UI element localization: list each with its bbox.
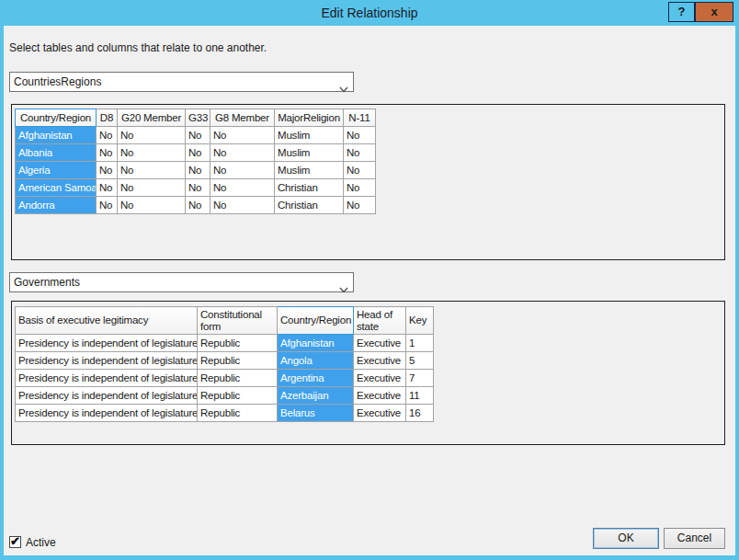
table-cell[interactable]: No	[97, 162, 118, 179]
lower-table-panel: Basis of executive legitimacyConstitutio…	[11, 301, 725, 445]
table-cell[interactable]: No	[344, 144, 376, 162]
table-row: American SamoaNoNoNoNoChristianNo	[16, 179, 376, 197]
chevron-down-icon	[339, 280, 348, 287]
table-cell[interactable]: 7	[406, 370, 434, 387]
edit-relationship-dialog: Edit Relationship ? x Select tables and …	[0, 0, 739, 560]
column-header[interactable]: Key	[406, 307, 434, 335]
table-cell[interactable]: No	[186, 179, 210, 197]
table-cell[interactable]: Afghanistan	[16, 127, 97, 144]
ok-button[interactable]: OK	[593, 528, 659, 549]
table-cell[interactable]: No	[97, 197, 118, 214]
table-cell[interactable]: No	[118, 162, 186, 179]
table-cell[interactable]: Christian	[275, 179, 344, 197]
header-row: Basis of executive legitimacyConstitutio…	[16, 307, 434, 335]
table-cell[interactable]: No	[344, 162, 376, 179]
table-cell[interactable]: Executive	[354, 370, 406, 387]
table-cell[interactable]: No	[97, 179, 118, 197]
active-checkbox-row: ✔ Active	[9, 535, 56, 549]
table-cell[interactable]: Executive	[354, 335, 406, 352]
table-cell[interactable]: Presidency is independent of legislature	[16, 352, 198, 370]
lower-data-grid[interactable]: Basis of executive legitimacyConstitutio…	[15, 306, 434, 422]
table-row: Presidency is independent of legislature…	[16, 370, 434, 387]
table-cell[interactable]: Azerbaijan	[278, 387, 354, 405]
table-cell[interactable]: Presidency is independent of legislature	[16, 370, 198, 387]
table-cell[interactable]: No	[344, 127, 376, 144]
table-cell[interactable]: Albania	[16, 144, 97, 162]
table-cell[interactable]: No	[210, 197, 275, 214]
help-button[interactable]: ?	[668, 2, 695, 22]
title-bar: Edit Relationship	[0, 0, 739, 26]
upper-table-panel: Country/RegionD8G20 MemberG33G8 MemberMa…	[11, 104, 725, 260]
column-header[interactable]: Country/Region	[16, 109, 97, 127]
column-header[interactable]: G33	[186, 109, 210, 127]
table-cell[interactable]: Presidency is independent of legislature	[16, 335, 198, 352]
table-cell[interactable]: No	[344, 179, 376, 197]
table-cell[interactable]: No	[210, 179, 275, 197]
table-cell[interactable]: No	[118, 144, 186, 162]
cancel-button[interactable]: Cancel	[664, 528, 725, 549]
table-cell[interactable]: Republic	[198, 370, 278, 387]
table-cell[interactable]: No	[186, 127, 210, 144]
table-cell[interactable]: 16	[406, 405, 434, 422]
table-row: Presidency is independent of legislature…	[16, 405, 434, 422]
table-cell[interactable]: Republic	[198, 335, 278, 352]
table-cell[interactable]: Executive	[354, 387, 406, 405]
table-cell[interactable]: Muslim	[275, 162, 344, 179]
table-cell[interactable]: No	[97, 144, 118, 162]
table-row: Presidency is independent of legislature…	[16, 352, 434, 370]
upper-table-selector-value: CountriesRegions	[14, 75, 101, 88]
table-cell[interactable]: No	[210, 127, 275, 144]
column-header[interactable]: Head of state	[354, 307, 406, 335]
table-cell[interactable]: Christian	[275, 197, 344, 214]
table-cell[interactable]: No	[210, 144, 275, 162]
table-cell[interactable]: American Samoa	[16, 179, 97, 197]
table-cell[interactable]: Angola	[278, 352, 354, 370]
column-header[interactable]: Constitutional form	[198, 307, 278, 335]
active-checkbox[interactable]: ✔	[9, 536, 21, 548]
table-cell[interactable]: Republic	[198, 352, 278, 370]
table-cell[interactable]: Presidency is independent of legislature	[16, 405, 198, 422]
table-cell[interactable]: Andorra	[16, 197, 97, 214]
upper-data-grid[interactable]: Country/RegionD8G20 MemberG33G8 MemberMa…	[15, 109, 376, 214]
table-cell[interactable]: No	[186, 197, 210, 214]
chevron-down-icon	[339, 80, 348, 86]
table-cell[interactable]: 1	[406, 335, 434, 352]
column-header[interactable]: D8	[97, 109, 118, 127]
upper-table-selector-dropdown[interactable]: CountriesRegions	[9, 72, 354, 92]
column-header[interactable]: MajorReligion	[275, 109, 344, 127]
table-cell[interactable]: No	[118, 179, 186, 197]
table-cell[interactable]: Belarus	[278, 405, 354, 422]
table-cell[interactable]: Afghanistan	[278, 335, 354, 352]
column-header[interactable]: Basis of executive legitimacy	[16, 307, 198, 335]
column-header[interactable]: G20 Member	[118, 109, 186, 127]
table-cell[interactable]: 11	[406, 387, 434, 405]
table-cell[interactable]: Executive	[354, 405, 406, 422]
table-row: AndorraNoNoNoNoChristianNo	[16, 197, 376, 214]
table-cell[interactable]: Presidency is independent of legislature	[16, 387, 198, 405]
table-cell[interactable]: Republic	[198, 405, 278, 422]
table-cell[interactable]: Muslim	[275, 127, 344, 144]
lower-table-selector-value: Governments	[14, 276, 80, 289]
table-cell[interactable]: No	[186, 144, 210, 162]
column-header[interactable]: N-11	[344, 109, 376, 127]
table-cell[interactable]: No	[118, 197, 186, 214]
table-cell[interactable]: Executive	[354, 352, 406, 370]
column-header[interactable]: G8 Member	[210, 109, 275, 127]
table-cell[interactable]: No	[186, 162, 210, 179]
table-cell[interactable]: No	[344, 197, 376, 214]
table-cell[interactable]: Argentina	[278, 370, 354, 387]
column-header[interactable]: Country/Region	[278, 307, 354, 335]
table-row: AfghanistanNoNoNoNoMuslimNo	[16, 127, 376, 144]
table-cell[interactable]: No	[210, 162, 275, 179]
table-cell[interactable]: 5	[406, 352, 434, 370]
close-button[interactable]: x	[695, 2, 733, 22]
table-cell[interactable]: Republic	[198, 387, 278, 405]
table-cell[interactable]: No	[118, 127, 186, 144]
table-row: AlbaniaNoNoNoNoMuslimNo	[16, 144, 376, 162]
instruction-text: Select tables and columns that relate to…	[9, 41, 267, 54]
table-row: Presidency is independent of legislature…	[16, 387, 434, 405]
lower-table-selector-dropdown[interactable]: Governments	[9, 272, 354, 292]
table-cell[interactable]: Algeria	[16, 162, 97, 179]
table-cell[interactable]: Muslim	[275, 144, 344, 162]
table-cell[interactable]: No	[97, 127, 118, 144]
